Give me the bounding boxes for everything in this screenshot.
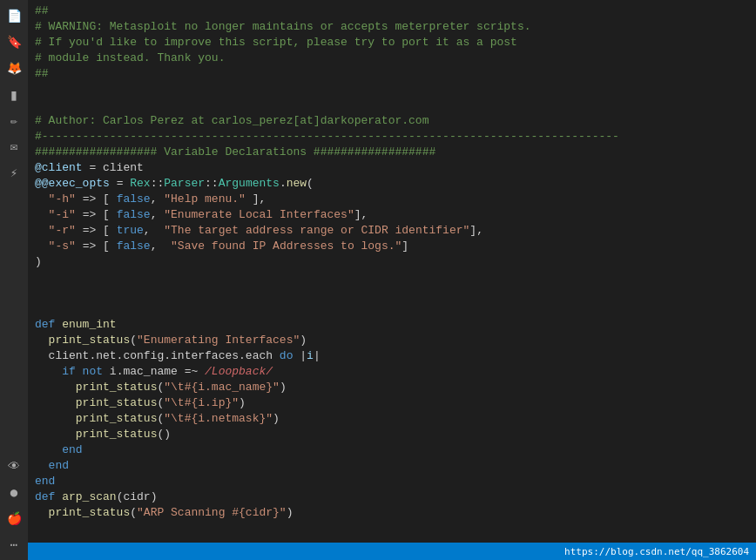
grid-icon[interactable]: ⋯ [2, 532, 26, 557]
code-line: "-r" => [ true, "The target address rang… [28, 223, 756, 239]
code-line [28, 286, 756, 301]
apple-icon[interactable]: 🍎 [2, 506, 26, 530]
code-line: print_status("Enumerating Interfaces") [28, 333, 756, 348]
code-line [28, 82, 756, 98]
code-line: end [28, 458, 756, 474]
file-icon[interactable]: 📄 [2, 3, 26, 28]
code-line: end [28, 442, 756, 458]
mail-icon[interactable]: ✉ [2, 134, 26, 159]
code-line: @client = client [28, 160, 756, 176]
code-line: # If you'd like to improve this script, … [28, 35, 756, 51]
code-line: # Author: Carlos Perez at carlos_perez[a… [28, 113, 756, 129]
terminal-icon[interactable]: ▮ [2, 82, 26, 106]
code-line: ## [28, 3, 756, 19]
code-line: client.net.config.interfaces.each do |i| [28, 348, 756, 364]
code-line: print_status() [28, 427, 756, 442]
firefox-icon[interactable]: 🦊 [2, 56, 26, 80]
code-line: "-s" => [ false, "Save found IP Addresse… [28, 239, 756, 254]
code-line: ## [28, 66, 756, 82]
code-line [28, 270, 756, 286]
code-line: # module instead. Thank you. [28, 51, 756, 66]
edit-icon[interactable]: ✏ [2, 108, 26, 132]
main-content: ## # WARNING: Metasploit no longer maint… [28, 0, 756, 560]
code-line [28, 98, 756, 113]
code-line: def enum_int [28, 317, 756, 333]
code-line [28, 301, 756, 317]
status-bar: https://blog.csdn.net/qq_3862604 [28, 543, 756, 560]
code-line: print_status("\t#{i.mac_name}") [28, 380, 756, 395]
sidebar: 📄 🔖 🦊 ▮ ✏ ✉ ⚡ 👁 ● 🍎 ⋯ [0, 0, 28, 560]
code-line: print_status("ARP Scanning #{cidr}") [28, 505, 756, 521]
status-url: https://blog.csdn.net/qq_3862604 [564, 546, 749, 557]
eye-icon[interactable]: 👁 [2, 454, 26, 478]
code-line: "-h" => [ false, "Help menu." ], [28, 192, 756, 207]
code-line: if not i.mac_name =~ /Loopback/ [28, 364, 756, 380]
code-line: @@exec_opts = Rex::Parser::Arguments.new… [28, 176, 756, 192]
circle-icon[interactable]: ● [2, 480, 26, 504]
lightning-icon[interactable]: ⚡ [2, 160, 26, 185]
code-line: ) [28, 254, 756, 270]
code-line: # WARNING: Metasploit no longer maintain… [28, 19, 756, 35]
code-line: "-i" => [ false, "Enumerate Local Interf… [28, 207, 756, 223]
code-line: end [28, 474, 756, 489]
code-line: #---------------------------------------… [28, 129, 756, 145]
code-editor[interactable]: ## # WARNING: Metasploit no longer maint… [28, 0, 756, 543]
bookmark-icon[interactable]: 🔖 [2, 30, 26, 54]
code-line: def arp_scan(cidr) [28, 489, 756, 505]
code-line: print_status("\t#{i.netmask}") [28, 411, 756, 427]
code-line: ################## Variable Declarations… [28, 145, 756, 160]
code-line: print_status("\t#{i.ip}") [28, 395, 756, 411]
